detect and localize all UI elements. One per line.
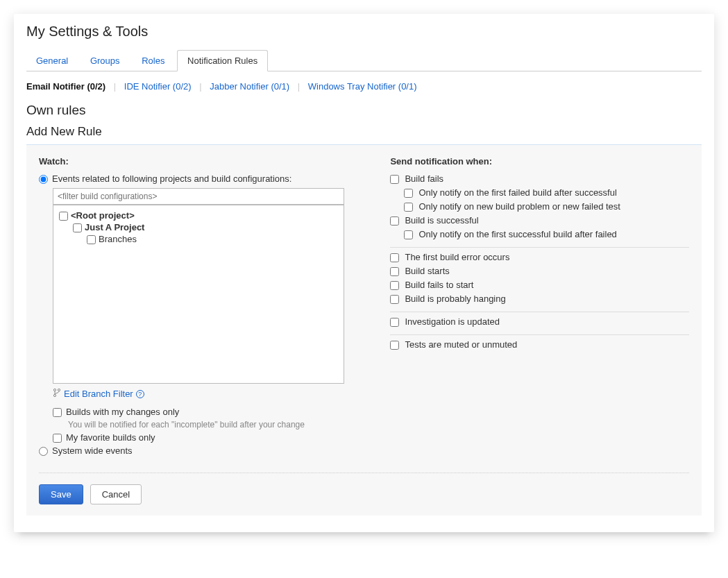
rule-panel: Watch: Events related to following proje… — [26, 144, 702, 516]
add-rule-heading: Add New Rule — [26, 125, 702, 139]
checkbox-builds-my-changes[interactable] — [53, 408, 62, 417]
label-build-successful: Build is successful — [405, 215, 478, 226]
notify-column: Send notification when: Build fails Only… — [390, 156, 689, 459]
label-new-problem-or-test: Only notify on new build problem or new … — [418, 201, 620, 212]
label-system-events: System wide events — [52, 445, 133, 456]
checkbox-first-failed-after-success[interactable] — [404, 189, 413, 198]
filter-build-configs-input[interactable] — [53, 188, 344, 205]
tree-branches-checkbox[interactable] — [87, 235, 96, 244]
subnav-tray-notifier[interactable]: Windows Tray Notifier (0/1) — [308, 81, 417, 92]
tree-project-checkbox[interactable] — [73, 223, 82, 232]
radio-system-events[interactable] — [39, 447, 48, 456]
tree-branches-label: Branches — [99, 234, 137, 244]
button-row: Save Cancel — [39, 473, 689, 504]
checkbox-build-fails[interactable] — [390, 175, 399, 184]
label-builds-my-changes: Builds with my changes only — [66, 407, 179, 417]
label-investigation-updated: Investigation is updated — [405, 316, 500, 327]
help-icon[interactable]: ? — [136, 390, 144, 398]
checkbox-fails-to-start[interactable] — [390, 281, 399, 290]
subnav-ide-notifier[interactable]: IDE Notifier (0/2) — [124, 81, 192, 92]
checkbox-build-successful[interactable] — [390, 216, 399, 226]
checkbox-new-problem-or-test[interactable] — [404, 203, 413, 212]
notifier-sub-nav: Email Notifier (0/2) | IDE Notifier (0/2… — [26, 81, 702, 92]
radio-events-related-label: Events related to following projects and… — [52, 173, 291, 184]
label-build-fails: Build fails — [405, 173, 443, 184]
radio-events-related[interactable] — [39, 175, 48, 184]
settings-page: My Settings & Tools General Groups Roles… — [14, 14, 714, 532]
label-tests-muted: Tests are muted or unmuted — [405, 339, 517, 350]
checkbox-favorite-builds[interactable] — [53, 434, 62, 443]
tab-roles[interactable]: Roles — [132, 51, 174, 71]
checkbox-build-starts[interactable] — [390, 267, 399, 276]
svg-point-2 — [53, 394, 56, 396]
checkbox-probably-hanging[interactable] — [390, 295, 399, 304]
subnav-email-notifier[interactable]: Email Notifier (0/2) — [26, 81, 105, 92]
hint-builds-my-changes: You will be notified for each "incomplet… — [68, 420, 362, 430]
watch-heading: Watch: — [39, 156, 362, 167]
label-fails-to-start: Build fails to start — [405, 280, 473, 290]
label-probably-hanging: Build is probably hanging — [405, 294, 505, 304]
tab-general[interactable]: General — [26, 51, 78, 71]
label-build-starts: Build starts — [405, 266, 449, 276]
checkbox-first-error[interactable] — [390, 253, 399, 262]
tree-root-checkbox[interactable] — [59, 212, 68, 221]
edit-branch-filter-link[interactable]: Edit Branch Filter — [64, 389, 133, 399]
page-title: My Settings & Tools — [26, 24, 702, 40]
label-favorite-builds: My favorite builds only — [66, 432, 155, 443]
checkbox-first-success-after-failed[interactable] — [404, 230, 413, 239]
build-config-tree[interactable]: <Root project> Just A Project Branches — [53, 205, 344, 384]
watch-column: Watch: Events related to following proje… — [39, 156, 362, 459]
label-first-failed-after-success: Only notify on the first failed build af… — [418, 187, 616, 198]
tree-root-label: <Root project> — [71, 210, 135, 221]
label-first-success-after-failed: Only notify on the first successful buil… — [418, 229, 616, 239]
main-tabs: General Groups Roles Notification Rules — [26, 49, 702, 71]
svg-point-1 — [58, 389, 60, 391]
own-rules-heading: Own rules — [26, 103, 702, 118]
save-button[interactable]: Save — [39, 484, 83, 504]
cancel-button[interactable]: Cancel — [90, 484, 142, 504]
tree-project-label: Just A Project — [85, 222, 144, 232]
notify-heading: Send notification when: — [390, 156, 689, 167]
label-first-error: The first build error occurs — [405, 252, 509, 262]
tab-notification-rules[interactable]: Notification Rules — [177, 50, 268, 71]
svg-point-0 — [53, 389, 56, 391]
checkbox-tests-muted[interactable] — [390, 341, 399, 350]
tab-groups[interactable]: Groups — [81, 51, 130, 71]
checkbox-investigation-updated[interactable] — [390, 318, 399, 327]
branch-icon — [53, 388, 61, 400]
subnav-jabber-notifier[interactable]: Jabber Notifier (0/1) — [210, 81, 289, 92]
